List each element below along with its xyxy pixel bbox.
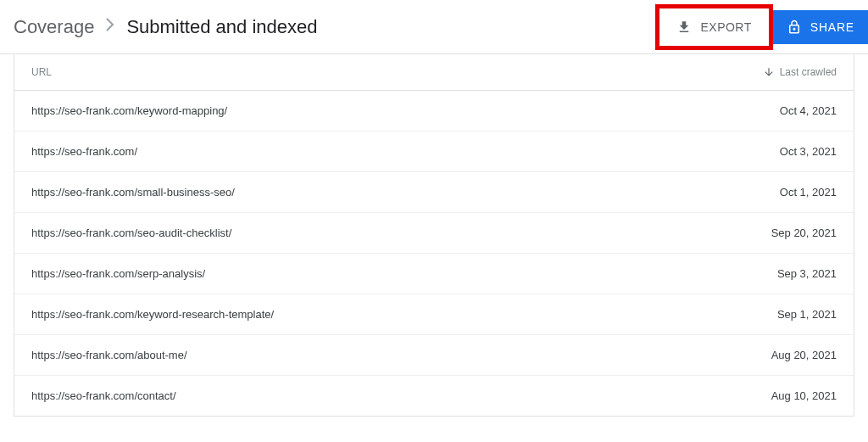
row-date: Oct 1, 2021 (780, 186, 837, 199)
table-row[interactable]: https://seo-frank.com/about-me/Aug 20, 2… (14, 335, 854, 376)
row-url: https://seo-frank.com/serp-analysis/ (31, 267, 777, 280)
table-row[interactable]: https://seo-frank.com/serp-analysis/Sep … (14, 254, 854, 294)
row-url: https://seo-frank.com/ (31, 145, 780, 158)
row-url: https://seo-frank.com/keyword-research-t… (31, 308, 777, 321)
row-date: Sep 20, 2021 (771, 227, 837, 239)
export-button[interactable]: EXPORT (661, 13, 766, 42)
header: Coverage Submitted and indexed EXPORT SH… (0, 0, 868, 54)
arrow-down-icon (763, 66, 775, 78)
share-label: SHARE (810, 20, 854, 34)
table-header: URL Last crawled (14, 54, 854, 91)
row-url: https://seo-frank.com/small-business-seo… (31, 186, 780, 199)
url-table: URL Last crawled https://seo-frank.com/k… (14, 54, 854, 417)
breadcrumb-current: Submitted and indexed (126, 16, 317, 38)
row-date: Oct 4, 2021 (780, 104, 837, 117)
row-url: https://seo-frank.com/about-me/ (31, 349, 771, 361)
row-url: https://seo-frank.com/contact/ (31, 389, 771, 402)
lock-icon (787, 20, 802, 35)
crawled-label: Last crawled (780, 66, 837, 78)
header-actions: EXPORT SHARE (655, 4, 868, 50)
export-label: EXPORT (700, 20, 751, 34)
table-body: https://seo-frank.com/keyword-mapping/Oc… (14, 91, 854, 416)
breadcrumb-parent[interactable]: Coverage (14, 16, 94, 38)
table-row[interactable]: https://seo-frank.com/small-business-seo… (14, 172, 854, 213)
table-row[interactable]: https://seo-frank.com/keyword-mapping/Oc… (14, 91, 854, 131)
breadcrumb: Coverage Submitted and indexed (14, 16, 317, 38)
table-row[interactable]: https://seo-frank.com/keyword-research-t… (14, 294, 854, 335)
column-header-url[interactable]: URL (31, 66, 763, 78)
table-row[interactable]: https://seo-frank.com/contact/Aug 10, 20… (14, 376, 854, 416)
table-row[interactable]: https://seo-frank.com/Oct 3, 2021 (14, 131, 854, 172)
chevron-right-icon (106, 18, 114, 36)
share-button[interactable]: SHARE (773, 10, 868, 44)
export-highlight-annotation: EXPORT (655, 4, 772, 50)
row-url: https://seo-frank.com/keyword-mapping/ (31, 104, 780, 117)
column-header-last-crawled[interactable]: Last crawled (763, 66, 837, 78)
row-date: Sep 3, 2021 (777, 267, 837, 280)
row-date: Aug 10, 2021 (771, 389, 837, 402)
row-date: Aug 20, 2021 (771, 349, 837, 361)
download-icon (676, 20, 692, 35)
table-row[interactable]: https://seo-frank.com/seo-audit-checklis… (14, 213, 854, 254)
row-url: https://seo-frank.com/seo-audit-checklis… (31, 227, 771, 239)
row-date: Sep 1, 2021 (777, 308, 837, 321)
row-date: Oct 3, 2021 (780, 145, 837, 158)
